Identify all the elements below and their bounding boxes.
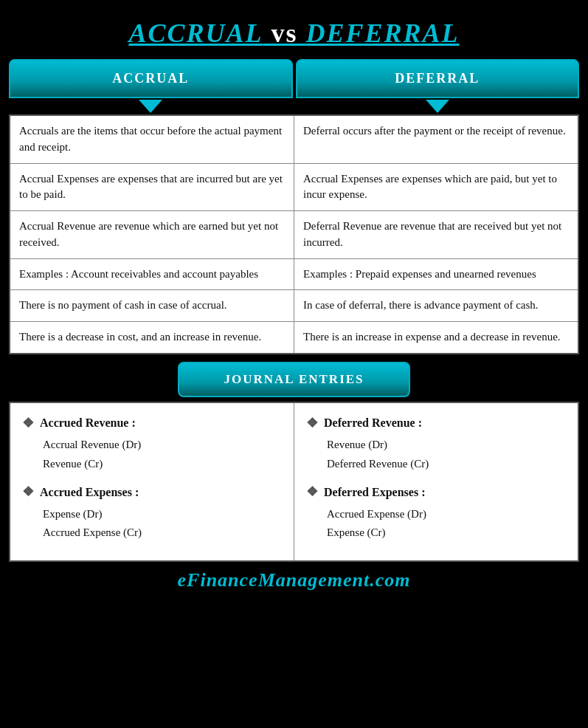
table-row: Accrual Expenses are expenses that are i… xyxy=(10,164,578,212)
table-row: Accrual Revenue are revenue which are ea… xyxy=(10,211,578,259)
arrow-accrual xyxy=(9,98,293,114)
footer-brand: eFinanceManagement.com xyxy=(9,562,579,596)
journal-deferred-revenue-title: ❖ Deferred Revenue : xyxy=(306,412,566,435)
journal-deferred-revenue-lines: Revenue (Dr) Deferred Revenue (Cr) xyxy=(306,436,566,473)
journal-accrued-revenue-lines: Accrual Revenue (Dr) Revenue (Cr) xyxy=(22,436,282,473)
row2-right: Accrual Expenses are expenses which are … xyxy=(294,164,578,211)
deferred-expenses-label: Deferred Expenses : xyxy=(324,482,425,502)
title-deferral: DEFERRAL xyxy=(306,18,460,48)
diamond-icon: ❖ xyxy=(22,412,34,435)
diamond-icon: ❖ xyxy=(22,481,34,504)
row3-right: Deferral Revenue are revenue that are re… xyxy=(294,211,578,258)
accrued-expenses-line1: Expense (Dr) xyxy=(43,505,282,524)
accrued-expenses-line2: Accrued Expense (Cr) xyxy=(43,523,282,543)
journal-deferred-expenses-lines: Accrued Expense (Dr) Expense (Cr) xyxy=(306,505,566,543)
accrued-revenue-line2: Revenue (Cr) xyxy=(43,455,282,474)
accrued-revenue-label: Accrued Revenue : xyxy=(40,413,136,433)
row4-left: Examples : Account receivables and accou… xyxy=(10,259,294,290)
main-container: ACCRUAL vs DEFERRAL ACCRUAL DEFERRAL Acc… xyxy=(0,0,588,605)
diamond-icon: ❖ xyxy=(306,481,318,504)
diamond-icon: ❖ xyxy=(306,412,318,435)
deferred-expenses-line1: Accrued Expense (Dr) xyxy=(327,505,566,524)
journal-accrued-expenses-lines: Expense (Dr) Accrued Expense (Cr) xyxy=(22,505,282,543)
deferred-revenue-label: Deferred Revenue : xyxy=(324,413,422,433)
comparison-table: Accruals are the items that occur before… xyxy=(9,114,579,354)
row1-left: Accruals are the items that occur before… xyxy=(10,116,294,163)
header-accrual: ACCRUAL xyxy=(9,59,293,98)
row5-left: There is no payment of cash in case of a… xyxy=(10,290,294,321)
accrued-revenue-line1: Accrual Revenue (Dr) xyxy=(43,436,282,455)
accrued-expenses-label: Accrued Expenses : xyxy=(40,482,139,502)
main-title: ACCRUAL vs DEFERRAL xyxy=(9,7,579,59)
arrow-down-right xyxy=(426,100,449,113)
title-vs: vs xyxy=(263,18,305,48)
arrow-down-left xyxy=(139,100,162,113)
row6-right: There is an increase in expense and a de… xyxy=(294,322,578,353)
row1-right: Deferral occurs after the payment or the… xyxy=(294,116,578,163)
arrow-deferral xyxy=(296,98,580,114)
title-accrual: ACCRUAL xyxy=(128,18,263,48)
row4-right: Examples : Prepaid expenses and unearned… xyxy=(294,259,578,290)
arrow-row xyxy=(9,98,579,114)
deferred-revenue-line1: Revenue (Dr) xyxy=(327,436,566,455)
journal-deferred-expenses-title: ❖ Deferred Expenses : xyxy=(306,481,566,504)
journal-right: ❖ Deferred Revenue : Revenue (Dr) Deferr… xyxy=(294,403,578,560)
header-deferral: DEFERRAL xyxy=(296,59,580,98)
row6-left: There is a decrease in cost, and an incr… xyxy=(10,322,294,353)
deferred-revenue-line2: Deferred Revenue (Cr) xyxy=(327,455,566,474)
table-row: Examples : Account receivables and accou… xyxy=(10,259,578,291)
journal-accrued-expenses-title: ❖ Accrued Expenses : xyxy=(22,481,282,504)
journal-accrued-revenue-title: ❖ Accrued Revenue : xyxy=(22,412,282,435)
row3-left: Accrual Revenue are revenue which are ea… xyxy=(10,211,294,258)
row5-right: In case of deferral, there is advance pa… xyxy=(294,290,578,321)
table-row: Accruals are the items that occur before… xyxy=(10,116,578,164)
deferred-expenses-line2: Expense (Cr) xyxy=(327,523,566,543)
journal-row: ❖ Accrued Revenue : Accrual Revenue (Dr)… xyxy=(10,403,578,560)
journal-section: ❖ Accrued Revenue : Accrual Revenue (Dr)… xyxy=(9,402,579,562)
header-row: ACCRUAL DEFERRAL xyxy=(9,59,579,98)
journal-header-wrap: JOURNAL ENTRIES xyxy=(9,354,579,402)
table-row: There is no payment of cash in case of a… xyxy=(10,290,578,322)
table-row: There is a decrease in cost, and an incr… xyxy=(10,322,578,353)
journal-left: ❖ Accrued Revenue : Accrual Revenue (Dr)… xyxy=(10,403,294,560)
journal-header: JOURNAL ENTRIES xyxy=(178,362,409,397)
row2-left: Accrual Expenses are expenses that are i… xyxy=(10,164,294,211)
